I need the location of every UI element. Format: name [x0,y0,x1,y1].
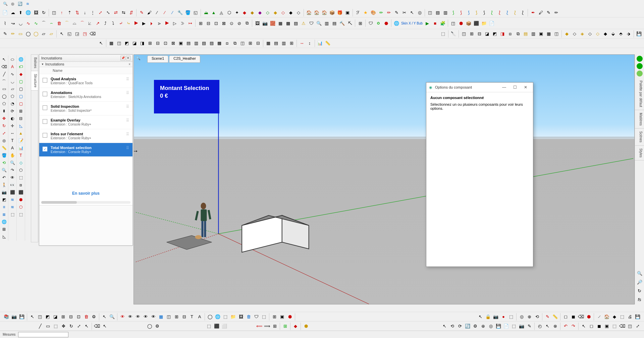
b2-t3-icon[interactable]: ⊗ [551,323,559,330]
b2-ruby-icon[interactable]: ◆ [292,323,299,330]
placeholder-icon[interactable]: ⬚ [9,211,16,218]
grid-c3-icon[interactable]: ▧ [200,40,208,47]
b2-cur-icon[interactable]: ↖ [580,323,587,330]
cube-iso-icon[interactable]: ⬚ [17,211,24,218]
hex2-icon[interactable]: ⬢ [17,196,24,203]
ws-icon[interactable]: ⊞ [17,108,24,114]
trim6-icon[interactable]: ⊘ [235,19,243,27]
arc-red-icon[interactable]: ⟆ [457,9,465,16]
3dtext-icon[interactable]: A [9,145,16,151]
sandbox9-icon[interactable]: ◇ [264,9,271,16]
palette-icon[interactable]: 🎨 [370,9,377,16]
wall1-icon[interactable]: 🧱 [269,19,276,27]
tint-icon[interactable]: ▲ [17,130,24,137]
rotrect-icon[interactable]: ▱ [9,86,16,92]
arc-grey-icon[interactable]: ⟆ [480,9,488,16]
b2-rot-icon[interactable]: ↻ [67,323,75,330]
b2-box1-icon[interactable]: ⬚ [205,323,213,330]
eye3-icon[interactable]: 👁 [142,313,149,321]
diag2-icon[interactable]: ⤡ [104,9,112,16]
grid-c1-icon[interactable]: ▤ [185,40,192,47]
bt-img-icon[interactable]: 🖼 [237,313,245,321]
ext4-icon[interactable]: ⬛ [473,19,480,27]
arc4-icon[interactable]: ⟀ [86,19,94,27]
b2-t1-icon[interactable]: ◴ [536,323,543,330]
orbit-icon[interactable]: ⟲ [1,159,7,166]
eye2-icon[interactable]: 👁 [9,174,16,181]
hex-icon[interactable]: ⬡ [17,167,24,174]
ext1-icon[interactable]: ◫ [449,19,457,27]
ext2-icon[interactable]: ⬢ [457,19,465,27]
ring-green-icon[interactable]: ⭘ [375,19,382,27]
ws2-icon[interactable]: ⊟ [17,115,24,122]
shield2-icon[interactable]: 🛡 [367,19,374,27]
waves2-icon[interactable]: ≋ [9,196,16,203]
circle-tool-icon[interactable]: ◯ [1,93,7,100]
row-checkbox[interactable] [43,133,47,138]
skin-puzzle-icon[interactable]: 🧩 [439,19,446,27]
row-grip-icon[interactable]: ⠿ [126,77,129,82]
box-iso-icon[interactable]: 📦 [328,9,336,16]
arr6-icon[interactable]: ▷ [171,19,178,27]
sq-tool-icon[interactable]: ◻ [562,313,569,321]
b2-sel-icon[interactable]: ⬚ [52,323,59,330]
grid-b3-icon[interactable]: ⊡ [162,40,169,47]
erase-tool-icon[interactable]: ⌫ [577,313,585,321]
curve6-icon[interactable]: ⌒ [40,19,47,27]
pushpull-icon[interactable]: ⬍ [1,108,7,114]
face-hidden-icon[interactable]: ▥ [442,9,449,16]
arc2-tool-icon[interactable]: ◡ [9,78,16,85]
eye1-icon[interactable]: 👁 [126,313,134,321]
arr3-icon[interactable]: ⏵ [148,19,155,27]
grid2-icon[interactable]: ⊞ [1,226,7,233]
cubes-icon[interactable]: ⧈ [17,182,24,188]
bt-cube-icon[interactable]: ⬚ [222,313,229,321]
knife-icon[interactable]: 🔪 [450,30,457,38]
eye2b-icon[interactable]: 👁 [134,313,142,321]
arrow-down-icon[interactable]: ↓ [81,9,89,16]
target2-icon[interactable]: ◎ [416,9,423,16]
panel-section-header[interactable]: ▼ Incrustations × [39,62,132,67]
print-icon[interactable]: 🖨 [626,313,634,321]
b2-arrow-icon[interactable]: ↖ [101,323,108,330]
stack2-icon[interactable]: ≣ [1,211,7,218]
grid-d2-icon[interactable]: ⧉ [231,40,238,47]
offset-icon[interactable]: ◎ [1,137,7,144]
grid-a2-icon[interactable]: ◫ [115,40,123,47]
diag3-icon[interactable]: ⟋ [595,313,603,321]
paint3-icon[interactable]: ✎ [545,9,552,16]
b2-win-icon[interactable]: ⊞ [271,323,278,330]
bt2-icon[interactable]: ◫ [36,313,44,321]
box4-icon[interactable]: ▱ [40,30,47,38]
freehand-icon[interactable]: ∿ [9,71,16,78]
arc-green-icon[interactable]: ⟆ [449,9,457,16]
section-icon[interactable]: ◩ [1,196,7,203]
box-k-icon[interactable]: ⬚ [507,313,515,321]
layer2-icon[interactable]: ◇ [571,30,578,38]
bt8-icon[interactable]: 🗑 [83,313,90,321]
ruler2-icon[interactable]: 📏 [551,313,559,321]
grid-b5-icon[interactable]: ▣ [177,40,184,47]
star-icon[interactable]: ★ [362,9,369,16]
pencil-red-icon[interactable]: ✎ [138,9,145,16]
b2-green-icon[interactable]: ⊞ [281,323,289,330]
face-wire-icon[interactable]: ◫ [426,9,434,16]
sandbox10-icon[interactable]: ◆ [272,9,279,16]
trim3-icon[interactable]: ⊡ [212,19,220,27]
bt-globe-icon[interactable]: 🌐 [214,313,221,321]
b2-r6-icon[interactable]: ⊕ [479,323,487,330]
save-disk-icon[interactable]: 💾 [635,30,643,38]
grid-c2-icon[interactable]: ▥ [193,40,200,47]
b2-r7-icon[interactable]: ◎ [487,323,494,330]
panel-close-icon[interactable]: ✕ [126,56,130,60]
flex4-icon[interactable]: ◪ [483,30,491,38]
sq-red-icon[interactable]: ▢ [17,100,24,107]
sandbox6-icon[interactable]: ◆ [241,9,248,16]
eraser-icon[interactable]: ⌫ [1,63,7,70]
row-checkbox[interactable]: ✓ [43,147,47,151]
rtab-palette[interactable]: Palette par défaut [635,78,644,110]
incrustation-row[interactable]: Quad AnalysisExtension : QuadFace Tools⠿ [39,74,132,88]
grid-e3-icon[interactable]: ▥ [280,40,287,47]
house1-icon[interactable]: 🏠 [305,9,313,16]
incrustation-row[interactable]: Infos sur l'elementExtension : Console R… [39,129,132,143]
